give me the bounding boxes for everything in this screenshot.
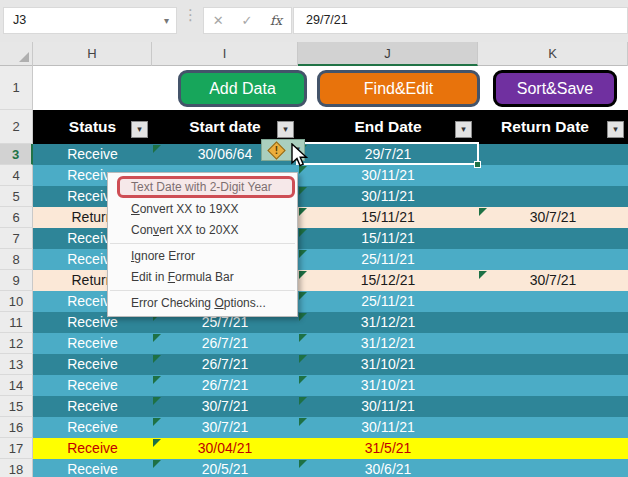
column-header-I[interactable]: I bbox=[152, 42, 298, 66]
cell-J8[interactable]: 25/11/21 bbox=[298, 249, 478, 270]
cell-H18[interactable]: Receive bbox=[33, 459, 152, 477]
row-header-18[interactable]: 18 bbox=[0, 459, 33, 477]
row-header-16[interactable]: 16 bbox=[0, 417, 33, 438]
filter-button-J[interactable]: ▾ bbox=[455, 121, 472, 138]
row-header-17[interactable]: 17 bbox=[0, 438, 33, 459]
error-dropdown-icon: ▾ bbox=[295, 144, 300, 154]
cell-H14[interactable]: Receive bbox=[33, 375, 152, 396]
cell-H3[interactable]: Receive bbox=[33, 144, 152, 165]
error-indicator-triangle bbox=[299, 460, 307, 468]
cell-I18[interactable]: 20/5/21 bbox=[152, 459, 298, 477]
row-header-14[interactable]: 14 bbox=[0, 375, 33, 396]
menu-item-edit-in-formula-bar[interactable]: Edit in Formula Bar bbox=[108, 267, 297, 288]
cell-J12[interactable]: 31/12/21 bbox=[298, 333, 478, 354]
row-header-7[interactable]: 7 bbox=[0, 228, 33, 249]
column-header-K[interactable]: K bbox=[478, 42, 628, 66]
select-all-button[interactable] bbox=[0, 42, 33, 66]
cell-K9[interactable]: 30/7/21 bbox=[478, 270, 628, 291]
filter-button-H[interactable]: ▾ bbox=[131, 121, 148, 138]
row-header-13[interactable]: 13 bbox=[0, 354, 33, 375]
row-header-4[interactable]: 4 bbox=[0, 165, 33, 186]
cell-I17[interactable]: 30/04/21 bbox=[152, 438, 298, 459]
row-header-11[interactable]: 11 bbox=[0, 312, 33, 333]
cell-I15[interactable]: 30/7/21 bbox=[152, 396, 298, 417]
cell-K17[interactable] bbox=[478, 438, 628, 459]
cell-J11[interactable]: 31/12/21 bbox=[298, 312, 478, 333]
cell-I13[interactable]: 26/7/21 bbox=[152, 354, 298, 375]
cell-H12[interactable]: Receive bbox=[33, 333, 152, 354]
error-indicator-triangle bbox=[299, 271, 307, 279]
cell-J6[interactable]: 15/11/21 bbox=[298, 207, 478, 228]
column-header-J[interactable]: J bbox=[298, 42, 478, 66]
find-edit-button[interactable]: Find&Edit bbox=[317, 70, 480, 107]
column-header-H[interactable]: H bbox=[33, 42, 152, 66]
cell-K8[interactable] bbox=[478, 249, 628, 270]
cell-J13[interactable]: 31/10/21 bbox=[298, 354, 478, 375]
cell-K13[interactable] bbox=[478, 354, 628, 375]
cell-K16[interactable] bbox=[478, 417, 628, 438]
row-header-8[interactable]: 8 bbox=[0, 249, 33, 270]
filter-button-I[interactable]: ▾ bbox=[277, 121, 294, 138]
cell-K10[interactable] bbox=[478, 291, 628, 312]
cell-J3[interactable]: 29/7/21 bbox=[298, 144, 478, 165]
filter-button-K[interactable]: ▾ bbox=[607, 121, 624, 138]
cell-I16[interactable]: 30/7/21 bbox=[152, 417, 298, 438]
cell-J18[interactable]: 30/6/21 bbox=[298, 459, 478, 477]
cell-K14[interactable] bbox=[478, 375, 628, 396]
cell-K12[interactable] bbox=[478, 333, 628, 354]
cell-H16[interactable]: Receive bbox=[33, 417, 152, 438]
cell-J10[interactable]: 25/11/21 bbox=[298, 291, 478, 312]
cell-K7[interactable] bbox=[478, 228, 628, 249]
row-header-2[interactable]: 2 bbox=[0, 110, 33, 144]
cell-J9[interactable]: 15/12/21 bbox=[298, 270, 478, 291]
name-box-value: J3 bbox=[13, 13, 26, 27]
error-checking-context-menu: Text Date with 2-Digit Year Convert XX t… bbox=[107, 172, 298, 317]
row-header-6[interactable]: 6 bbox=[0, 207, 33, 228]
add-data-button[interactable]: Add Data bbox=[178, 70, 307, 107]
menu-item-error-checking-options[interactable]: Error Checking Options... bbox=[108, 293, 297, 314]
cell-J16[interactable]: 30/11/21 bbox=[298, 417, 478, 438]
menu-item-convert-xx-to-19xx[interactable]: Convert XX to 19XX bbox=[108, 199, 297, 220]
row-header-1[interactable]: 1 bbox=[0, 66, 33, 110]
menu-item-ignore-error[interactable]: Ignore Error bbox=[108, 246, 297, 267]
cell-K11[interactable] bbox=[478, 312, 628, 333]
cancel-icon[interactable]: ✕ bbox=[213, 13, 224, 28]
error-indicator-triangle bbox=[299, 292, 307, 300]
cell-J5[interactable]: 30/11/21 bbox=[298, 186, 478, 207]
cell-J15[interactable]: 30/11/21 bbox=[298, 396, 478, 417]
row-header-12[interactable]: 12 bbox=[0, 333, 33, 354]
row-header-3[interactable]: 3 bbox=[0, 144, 33, 165]
formula-bar-input[interactable]: 29/7/21 bbox=[293, 7, 628, 34]
insert-function-icon[interactable]: fx bbox=[270, 13, 282, 28]
cell-H15[interactable]: Receive bbox=[33, 396, 152, 417]
cell-K4[interactable] bbox=[478, 165, 628, 186]
cell-I14[interactable]: 26/7/21 bbox=[152, 375, 298, 396]
cell-J17[interactable]: 31/5/21 bbox=[298, 438, 478, 459]
cell-K3[interactable] bbox=[478, 144, 628, 165]
cell-J4[interactable]: 30/11/21 bbox=[298, 165, 478, 186]
error-indicator-triangle bbox=[479, 208, 487, 216]
row-header-5[interactable]: 5 bbox=[0, 186, 33, 207]
cell-K5[interactable] bbox=[478, 186, 628, 207]
name-box-dropdown-icon[interactable]: ▾ bbox=[164, 8, 169, 33]
error-indicator-triangle bbox=[153, 418, 161, 426]
name-box[interactable]: J3 ▾ bbox=[3, 7, 177, 34]
error-options-button[interactable]: ! ▾ bbox=[261, 139, 305, 161]
cell-K15[interactable] bbox=[478, 396, 628, 417]
cell-I12[interactable]: 26/7/21 bbox=[152, 333, 298, 354]
error-indicator-triangle bbox=[299, 334, 307, 342]
menu-item-convert-xx-to-20xx[interactable]: Convert XX to 20XX bbox=[108, 220, 297, 241]
enter-icon[interactable]: ✓ bbox=[241, 13, 252, 28]
cell-K18[interactable] bbox=[478, 459, 628, 477]
row-header-15[interactable]: 15 bbox=[0, 396, 33, 417]
menu-separator bbox=[110, 290, 295, 291]
table-header-J: End Date bbox=[298, 110, 478, 144]
cell-K6[interactable]: 30/7/21 bbox=[478, 207, 628, 228]
cell-J14[interactable]: 31/10/21 bbox=[298, 375, 478, 396]
sort-save-button[interactable]: Sort&Save bbox=[493, 70, 617, 107]
cell-H17[interactable]: Receive bbox=[33, 438, 152, 459]
cell-J7[interactable]: 15/11/21 bbox=[298, 228, 478, 249]
cell-H13[interactable]: Receive bbox=[33, 354, 152, 375]
row-header-9[interactable]: 9 bbox=[0, 270, 33, 291]
row-header-10[interactable]: 10 bbox=[0, 291, 33, 312]
